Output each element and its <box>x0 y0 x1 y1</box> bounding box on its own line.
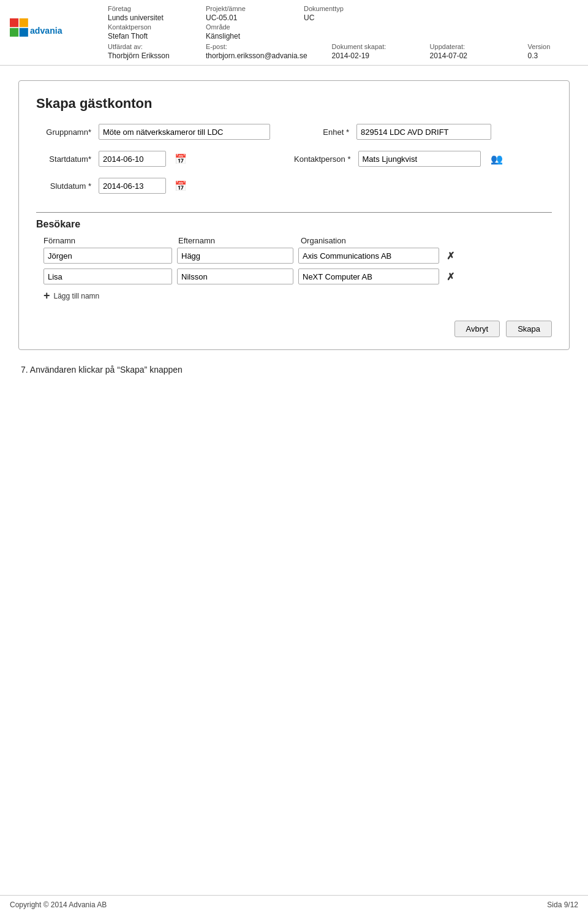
contact-people-icon[interactable]: 👥 <box>491 153 503 165</box>
visitor-2-delete-icon[interactable]: ✗ <box>447 271 454 283</box>
created-label: Dokument skapat: <box>332 43 405 50</box>
contact-input[interactable] <box>358 151 481 167</box>
add-name-row[interactable]: + Lägg till namn <box>36 289 552 302</box>
updated-value: 2014-07-02 <box>430 51 503 60</box>
besokare-title: Besökare <box>36 219 552 230</box>
page-header: advania Företag Lunds universitet Kontak… <box>0 0 588 66</box>
project-value: UC-05.01 <box>206 13 279 22</box>
visitor-2-efternamn-input[interactable] <box>177 268 293 284</box>
besokare-col-headers: Förnamn Efternamn Organisation <box>36 236 552 245</box>
end-date-input[interactable] <box>99 178 166 194</box>
visitor-1-delete-icon[interactable]: ✗ <box>447 250 454 262</box>
updated-label: Uppdaterat: <box>430 43 503 50</box>
cancel-button[interactable]: Avbryt <box>454 321 500 337</box>
version-value: 0.3 <box>528 51 588 60</box>
doctype-label: Dokumenttyp <box>304 5 377 12</box>
contact-row: Kontaktperson * 👥 <box>294 151 552 167</box>
form-card: Skapa gästkonton Gruppnamn* Startdatum* … <box>18 80 570 350</box>
project-label: Projekt/ämne <box>206 5 279 12</box>
visitor-1-fornamn-input[interactable] <box>43 248 172 264</box>
svg-rect-2 <box>10 28 18 36</box>
header-issued-col: Utfärdat av: Thorbjörn Eriksson <box>108 43 181 60</box>
advania-logo: advania <box>10 16 77 50</box>
visitor-1-org-input[interactable] <box>298 248 439 264</box>
add-icon: + <box>43 289 50 302</box>
visitor-2-fornamn-input[interactable] <box>43 268 172 284</box>
page-number: Sida 9/12 <box>547 901 578 909</box>
issued-value: Thorbjörn Eriksson <box>108 51 181 60</box>
company-value: Lunds universitet <box>108 13 181 22</box>
end-date-calendar-icon[interactable]: 📅 <box>175 180 187 192</box>
group-label: Gruppnamn* <box>36 128 91 137</box>
header-updated-col: Uppdaterat: 2014-07-02 <box>430 43 503 60</box>
visitor-row-1: ✗ <box>36 248 552 264</box>
issued-label: Utfärdat av: <box>108 43 181 50</box>
form-left-col: Gruppnamn* Startdatum* 📅 Slutdatum * 📅 <box>36 124 294 200</box>
svg-rect-3 <box>20 28 28 36</box>
unit-row: Enhet * <box>294 124 552 140</box>
email-label: E-post: <box>206 43 307 50</box>
step-description: Användaren klickar på “Skapa” knappen <box>30 365 183 375</box>
form-top-fields: Gruppnamn* Startdatum* 📅 Slutdatum * 📅 <box>36 124 552 200</box>
header-doctype-col: Dokumenttyp UC <box>304 5 377 40</box>
step-text: 7. Användaren klickar på “Skapa” knappen <box>21 365 570 375</box>
area-value: Känslighet <box>206 32 279 40</box>
page-footer: Copyright © 2014 Advania AB Sida 9/12 <box>0 895 588 914</box>
header-top-row: Företag Lunds universitet Kontaktperson … <box>108 5 588 40</box>
end-date-row: Slutdatum * 📅 <box>36 178 294 194</box>
form-right-col: Enhet * Kontaktperson * 👥 <box>294 124 552 200</box>
created-value: 2014-02-19 <box>332 51 405 60</box>
header-meta: Företag Lunds universitet Kontaktperson … <box>108 5 588 60</box>
area-label: Område <box>206 23 279 31</box>
copyright-text: Copyright © 2014 Advania AB <box>10 901 107 909</box>
visitor-2-org-input[interactable] <box>298 268 439 284</box>
unit-label: Enhet * <box>294 128 349 137</box>
start-date-input[interactable] <box>99 151 166 167</box>
besokare-section: Besökare Förnamn Efternamn Organisation … <box>36 212 552 302</box>
create-button[interactable]: Skapa <box>506 321 552 337</box>
step-number: 7. <box>21 365 28 375</box>
col-header-efternamn: Efternamn <box>178 236 301 245</box>
header-email-col: E-post: thorbjorn.eriksson@advania.se <box>206 43 307 60</box>
main-content: Skapa gästkonton Gruppnamn* Startdatum* … <box>0 66 588 389</box>
contact-label: Kontaktperson <box>108 23 181 31</box>
form-buttons: Avbryt Skapa <box>36 321 552 337</box>
email-value: thorbjorn.eriksson@advania.se <box>206 51 307 60</box>
add-label: Lägg till namn <box>54 292 100 300</box>
start-date-row: Startdatum* 📅 <box>36 151 294 167</box>
visitor-1-efternamn-input[interactable] <box>177 248 293 264</box>
unit-input[interactable] <box>356 124 491 140</box>
logo-area: advania <box>10 5 108 60</box>
svg-rect-0 <box>10 18 18 26</box>
col-header-organisation: Organisation <box>301 236 552 245</box>
doctype-value: UC <box>304 13 377 22</box>
group-row: Gruppnamn* <box>36 124 294 140</box>
col-header-fornamn: Förnamn <box>43 236 178 245</box>
header-company-col: Företag Lunds universitet Kontaktperson … <box>108 5 181 40</box>
visitor-row-2: ✗ <box>36 268 552 284</box>
version-label: Version <box>528 43 588 50</box>
header-bottom-row: Utfärdat av: Thorbjörn Eriksson E-post: … <box>108 43 588 60</box>
company-label: Företag <box>108 5 181 12</box>
start-date-calendar-icon[interactable]: 📅 <box>175 153 187 165</box>
form-title: Skapa gästkonton <box>36 96 552 112</box>
contact-label: Kontaktperson * <box>294 154 351 164</box>
start-date-label: Startdatum* <box>36 154 91 164</box>
svg-rect-1 <box>20 18 28 26</box>
end-date-label: Slutdatum * <box>36 181 91 191</box>
header-created-col: Dokument skapat: 2014-02-19 <box>332 43 405 60</box>
header-project-col: Projekt/ämne UC-05.01 Område Känslighet <box>206 5 279 40</box>
header-version-col: Version 0.3 <box>528 43 588 60</box>
svg-text:advania: advania <box>30 26 62 36</box>
group-input[interactable] <box>99 124 270 140</box>
contact-value: Stefan Thoft <box>108 32 181 40</box>
